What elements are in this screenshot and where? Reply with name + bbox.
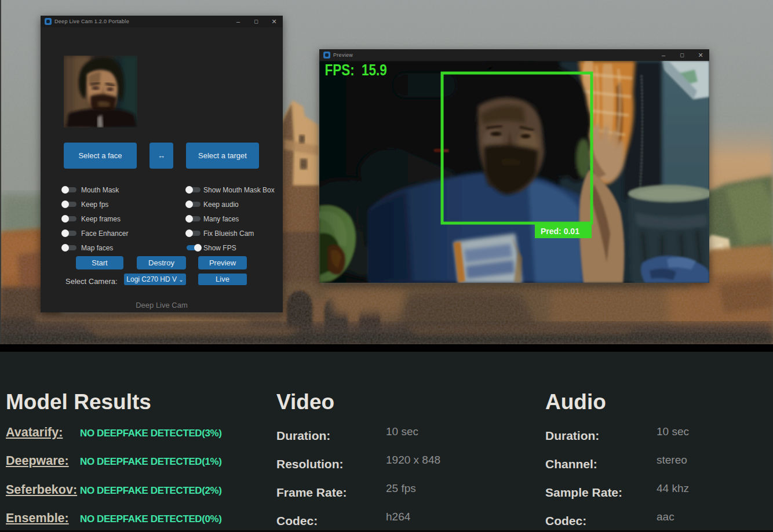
svg-text:FPS: 15.9: FPS: 15.9 <box>325 61 387 79</box>
svg-text:Pred: 0.01: Pred: 0.01 <box>541 227 579 236</box>
